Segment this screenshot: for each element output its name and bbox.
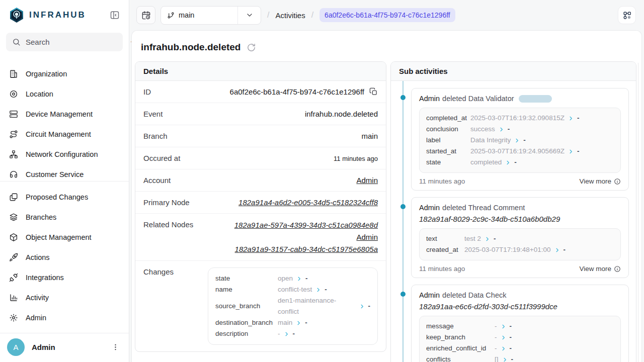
sidebar-item-label: Actions	[26, 253, 50, 261]
detail-row-primary-node: Primary Node 182a91a4-a6d2-e005-34d5-c51…	[135, 192, 386, 214]
chevron-right-icon	[501, 335, 506, 340]
sub-activity-item: Admin deleted Data Check 182a91aa-e6c6-d…	[411, 285, 629, 362]
search-box[interactable]: ^K	[6, 33, 123, 51]
detail-row-id: ID 6a0f2e6c-b61a-4f75-b974-c76c1e1296ff	[135, 81, 386, 103]
sidebar-item-label: Object Management	[26, 233, 92, 241]
changes-box: state open - name conflict-test -	[208, 267, 378, 345]
sidebar-nav-primary: Organization Location Device Management …	[0, 64, 129, 179]
sidebar-item-integrations[interactable]: Integrations	[0, 267, 129, 288]
sidebar-item-label: Network Configuration	[26, 150, 98, 158]
detail-row-branch: Branch main	[135, 125, 386, 147]
gear-icon	[9, 313, 18, 322]
headset-icon	[9, 170, 18, 179]
plug-icon	[9, 273, 18, 282]
bar-chart-icon	[9, 293, 18, 302]
schema-button[interactable]	[618, 6, 636, 24]
sidebar-item-location[interactable]: Location	[0, 84, 129, 104]
related-node-link[interactable]: Admin	[356, 232, 378, 242]
breadcrumb-activity-id[interactable]: 6a0f2e6c-b61a-4f75-b974-c76c1e1296ff	[319, 8, 455, 22]
chevron-right-icon	[359, 304, 365, 309]
related-node-link[interactable]: 182a91ae-597a-4399-34d3-c51ca0984e8d	[234, 220, 378, 230]
time-travel-button[interactable]	[136, 6, 155, 24]
timeline-dot	[400, 95, 406, 100]
refresh-button[interactable]	[247, 43, 256, 52]
chevron-right-icon	[485, 236, 490, 242]
chevron-right-icon	[554, 247, 560, 253]
chevron-right-icon	[568, 116, 574, 121]
change-row: state open -	[215, 273, 370, 284]
sidebar-item-label: Proposed Changes	[26, 193, 88, 201]
copy-id-button[interactable]	[369, 87, 378, 96]
sub-activity-card: Admin deleted Data Check 182a91aa-e6c6-d…	[411, 285, 629, 362]
sidebar-item-admin[interactable]: Admin	[0, 308, 129, 328]
sidebar-item-actions[interactable]: Actions	[0, 247, 129, 267]
user-name: Admin	[32, 343, 55, 351]
detail-row-account: Account Admin	[135, 169, 386, 192]
branch-caret[interactable]	[237, 7, 261, 24]
activity-time: 11 minutes ago	[419, 265, 465, 273]
sub-activities-timeline: Admin deleted Data Validator completed_a…	[391, 81, 636, 362]
server-icon	[9, 110, 18, 119]
view-more-link[interactable]: View more	[579, 265, 621, 273]
activity-attributes-box: texttest 2- created_at2025-03-07T17:19:4…	[419, 228, 621, 260]
sidebar-item-object-management[interactable]: Object Management	[0, 227, 129, 247]
sidebar-item-proposed-changes[interactable]: Proposed Changes	[0, 187, 129, 207]
chevron-down-icon	[246, 11, 254, 19]
activity-actor: Admin	[419, 95, 440, 103]
sidebar: INFRAHUB ^K Organization Location	[0, 0, 129, 362]
chevron-right-icon	[568, 149, 574, 154]
detail-row-event: Event infrahub.node.deleted	[135, 103, 386, 125]
vertical-scrollbar[interactable]	[638, 63, 641, 362]
user-row: A Admin	[0, 333, 129, 362]
ellipsis-vertical-icon	[111, 343, 120, 351]
primary-node-link[interactable]: 182a91a4-a6d2-e005-34d5-c5182324cff8	[238, 198, 378, 207]
user-menu-button[interactable]	[109, 341, 122, 354]
sidebar-item-organization[interactable]: Organization	[0, 64, 129, 84]
breadcrumb-separator: /	[267, 11, 269, 20]
info-icon	[614, 178, 621, 185]
detail-row-changes: Changes state open - name conflict-test	[135, 261, 386, 351]
sidebar-item-network-configuration[interactable]: Network Configuration	[0, 144, 129, 164]
chevron-right-icon	[296, 276, 302, 282]
search-input[interactable]	[26, 38, 126, 46]
activity-subject-id: 182a91aa-e6c6-d2fd-303d-c511f3999dce	[419, 302, 621, 311]
activity-attributes-box: completed_at2025-03-07T16:19:32.090815Z-…	[419, 108, 621, 173]
detail-label: Related Nodes	[143, 220, 193, 229]
sidebar-collapse-button[interactable]	[108, 8, 122, 22]
activity-action: deleted Data Check	[442, 291, 506, 299]
sidebar-item-label: Customer Service	[26, 170, 84, 178]
sidebar-item-label: Integrations	[26, 274, 64, 282]
details-header: Details	[135, 62, 386, 81]
brand-logo[interactable]: INFRAHUB	[8, 7, 86, 24]
avatar[interactable]: A	[7, 338, 25, 356]
activity-actor: Admin	[419, 204, 440, 212]
sub-activity-card: Admin deleted Data Validator completed_a…	[411, 88, 629, 191]
sidebar-item-customer-service[interactable]: Customer Service	[0, 164, 129, 179]
view-more-link[interactable]: View more	[579, 177, 621, 185]
sidebar-item-branches[interactable]: Branches	[0, 207, 129, 227]
timeline-dot	[400, 292, 406, 297]
detail-label: ID	[143, 87, 151, 96]
breadcrumb-separator: /	[311, 11, 313, 20]
location-icon	[9, 89, 18, 99]
detail-row-occured-at: Occured at 11 minutes ago	[135, 147, 386, 169]
branch-selector[interactable]: main	[160, 6, 261, 25]
sub-activities-card: Sub activities Admin deleted Data Valida…	[390, 61, 636, 362]
infrahub-logo-icon	[8, 7, 25, 24]
change-row: source_branch den1-maintenance-conflict …	[215, 295, 370, 317]
timeline-dot	[400, 204, 406, 209]
account-link[interactable]: Admin	[356, 176, 378, 185]
chevron-right-icon	[501, 324, 506, 329]
detail-label: Event	[143, 110, 163, 118]
related-node-link[interactable]: 182a91a9-3157-cab9-34dc-c51975e6805a	[235, 244, 378, 254]
chevron-right-icon	[505, 160, 511, 165]
sidebar-item-label: Device Management	[26, 110, 93, 118]
sidebar-item-activity[interactable]: Activity	[0, 288, 129, 308]
sidebar-divider	[0, 181, 129, 182]
sidebar-item-circuit-management[interactable]: Circuit Management	[0, 124, 129, 144]
change-row: name conflict-test -	[215, 284, 370, 295]
sidebar-nav-secondary: Proposed Changes Branches Object Managem…	[0, 187, 129, 328]
breadcrumb-activities[interactable]: Activities	[275, 11, 305, 20]
sidebar-item-device-management[interactable]: Device Management	[0, 104, 129, 124]
refresh-icon	[247, 43, 256, 52]
